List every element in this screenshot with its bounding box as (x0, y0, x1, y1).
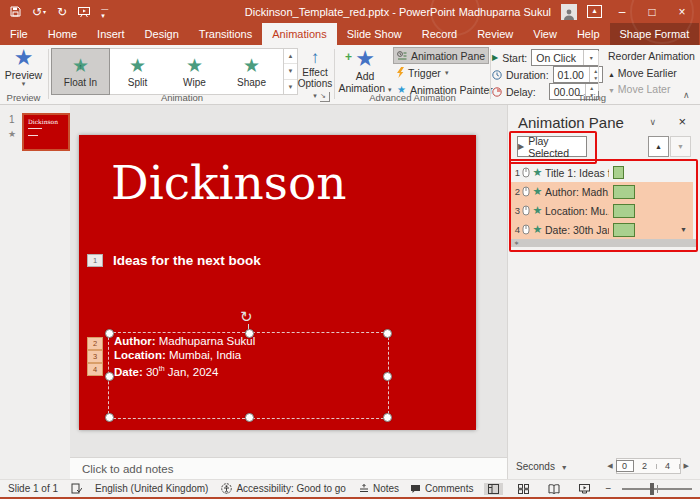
tick-mark (679, 464, 680, 469)
add-animation-button[interactable]: ★+ Add Animation ▾ (337, 48, 393, 94)
rotate-handle-icon[interactable]: ↻ (240, 309, 253, 324)
slide-counter[interactable]: Slide 1 of 1 (8, 483, 58, 494)
resize-handle-top-right[interactable] (383, 329, 392, 338)
tab-shape-format[interactable]: Shape Format (610, 23, 700, 45)
preview-button[interactable]: ★ Preview ▾ (0, 47, 47, 87)
animation-list-footer-strip: ∗ (511, 239, 696, 247)
save-icon[interactable] (10, 6, 21, 17)
timing-inner-separator (598, 51, 599, 91)
thumbnail-animation-star-icon[interactable]: ★ (8, 129, 16, 139)
preview-star-icon: ★ (0, 47, 47, 69)
minimize-button[interactable]: – (612, 5, 632, 19)
resize-handle-middle-right[interactable] (383, 372, 392, 381)
gallery-item-float-in[interactable]: ★↑ Float In (52, 49, 109, 94)
zoom-out-button[interactable]: − (605, 483, 611, 494)
notes-toggle[interactable]: Notes (359, 483, 399, 494)
play-selected-button[interactable]: ▶ Play Selected (517, 136, 587, 157)
mouse-click-icon (522, 167, 530, 178)
animation-item-title[interactable]: 1 ★ Title 1: Ideas f... (511, 163, 693, 182)
tab-home[interactable]: Home (38, 23, 87, 45)
slide-subtitle-text[interactable]: Ideas for the next book (113, 253, 261, 268)
collapse-ribbon-icon[interactable]: ∧ (683, 90, 690, 100)
resize-handle-bottom-right[interactable] (383, 413, 392, 422)
customize-qat-icon[interactable]: —▾ (101, 5, 108, 19)
tab-file[interactable]: File (0, 23, 38, 45)
animation-number-badge-3[interactable]: 3 (87, 350, 103, 363)
animation-item-date[interactable]: 4 ★ Date: 30th Jan... ▼ (511, 220, 693, 239)
timeline-scroll-left-icon[interactable]: ◀ (604, 462, 615, 470)
start-dropdown[interactable]: On Click ▾ (531, 49, 599, 66)
redo-icon[interactable]: ↻ (57, 6, 67, 18)
ribbon-display-options-icon[interactable]: ▴ (587, 5, 602, 18)
slide-sorter-view-button[interactable] (514, 483, 533, 495)
animation-number-badge-1[interactable]: 1 (87, 254, 103, 267)
resize-handle-top-left[interactable] (105, 329, 114, 338)
start-slideshow-icon[interactable] (78, 7, 90, 17)
accessibility-status[interactable]: Accessibility: Good to go (221, 483, 346, 494)
resize-handle-bottom-middle[interactable] (245, 413, 254, 422)
item-dropdown-icon[interactable]: ▼ (680, 226, 687, 233)
start-dropdown-arrow-icon[interactable]: ▾ (583, 50, 598, 65)
animation-item-author[interactable]: 2 ★ Author: Madh... (511, 182, 693, 201)
tab-design[interactable]: Design (135, 23, 189, 45)
maximize-button[interactable]: □ (642, 5, 662, 19)
timeline-scroll-right-icon[interactable]: ▶ (681, 462, 692, 470)
reading-view-button[interactable] (544, 483, 564, 495)
tab-transitions[interactable]: Transitions (189, 23, 262, 45)
tab-slide-show[interactable]: Slide Show (337, 23, 412, 45)
move-earlier-button[interactable]: ▲ Move Earlier (608, 67, 677, 79)
duration-spinner[interactable]: ▲▼ (589, 67, 602, 82)
animation-timeline-bar[interactable] (613, 166, 624, 179)
animation-item-location[interactable]: 3 ★ Location: Mu... (511, 201, 693, 220)
slide-body-text[interactable]: Author: Madhuparna Sukul Location: Mumba… (114, 335, 255, 379)
animation-timeline-bar[interactable] (613, 223, 635, 237)
notes-pane[interactable]: Click to add notes (70, 457, 508, 480)
zoom-slider[interactable] (622, 488, 692, 490)
duration-input[interactable]: 01.00 ▲▼ (553, 66, 603, 83)
tab-insert[interactable]: Insert (87, 23, 135, 45)
gallery-scroll-up-icon[interactable]: ▲ (284, 49, 297, 63)
language-indicator[interactable]: English (United Kingdom) (95, 483, 208, 494)
effect-options-button[interactable]: ↑ Effect Options ▾ (297, 49, 333, 100)
trigger-button[interactable]: Trigger ▾ (394, 65, 488, 80)
entrance-star-icon: ★ (530, 185, 545, 198)
animation-number-badge-2[interactable]: 2 (87, 337, 103, 350)
tab-view[interactable]: View (523, 23, 567, 45)
slide-thumbnail[interactable]: Dickinson (22, 113, 70, 151)
zoom-slider-handle[interactable] (650, 483, 654, 495)
move-up-button[interactable]: ▲ (648, 136, 669, 157)
tab-animations[interactable]: Animations (262, 23, 336, 45)
pane-close-icon[interactable]: × (678, 114, 686, 129)
avatar[interactable] (561, 4, 577, 20)
gallery-scroll-down-icon[interactable]: ▼ (284, 63, 297, 78)
slide-editing-area[interactable]: Dickinson 1 Ideas for the next book 2 3 … (70, 104, 508, 458)
close-button[interactable]: × (672, 5, 692, 19)
quick-access-toolbar: ↺▾ ↻ —▾ (0, 5, 108, 19)
comments-toggle[interactable]: Comments (410, 483, 473, 494)
user-name[interactable]: Madhuparna Sukul (459, 6, 551, 18)
resize-handle-middle-left[interactable] (105, 372, 114, 381)
gallery-item-shape[interactable]: ★ Shape (223, 49, 280, 94)
tab-record[interactable]: Record (412, 23, 467, 45)
preview-dropdown-chevron[interactable]: ▾ (0, 81, 47, 87)
gallery-item-wipe[interactable]: ★ Wipe (166, 49, 223, 94)
pane-chevron-down-icon[interactable]: ∨ (649, 117, 656, 127)
group-separator (334, 49, 335, 99)
undo-icon[interactable]: ↺▾ (32, 6, 46, 18)
animation-pane-button[interactable]: Animation Pane (394, 48, 488, 63)
normal-view-button[interactable] (484, 483, 503, 495)
animation-item-label: Location: Mu... (545, 205, 609, 217)
seconds-dropdown[interactable]: Seconds ▼ (516, 461, 571, 472)
slide-title-text[interactable]: Dickinson (111, 157, 347, 209)
slide[interactable]: Dickinson 1 Ideas for the next book 2 3 … (79, 135, 476, 430)
tab-review[interactable]: Review (467, 23, 523, 45)
animation-timeline-bar[interactable] (613, 204, 635, 218)
tab-help[interactable]: Help (567, 23, 610, 45)
resize-handle-bottom-left[interactable] (105, 413, 114, 422)
move-down-button[interactable]: ▼ (670, 136, 691, 157)
animation-timeline-bar[interactable] (613, 185, 635, 199)
proofing-icon[interactable] (71, 483, 82, 494)
gallery-item-split[interactable]: ★ Split (109, 49, 166, 94)
slide-show-view-button[interactable] (575, 483, 594, 495)
animation-number-badge-4[interactable]: 4 (87, 363, 103, 376)
